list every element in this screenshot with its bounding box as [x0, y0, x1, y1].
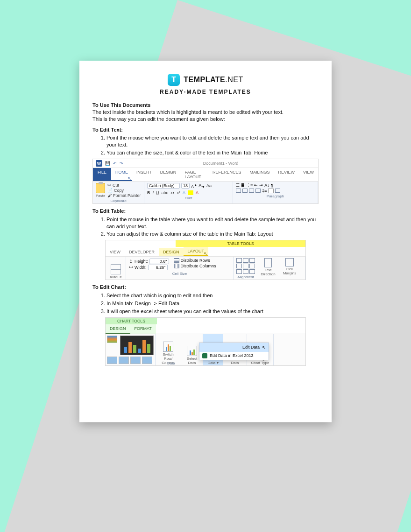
- intro-heading: To Use This Documents: [92, 102, 319, 109]
- intro-line1: The text inside the brackets which is hi…: [92, 109, 319, 116]
- logo-badge-icon: T: [168, 74, 180, 86]
- superscript-button[interactable]: x²: [177, 190, 181, 195]
- excel-icon: [202, 353, 207, 358]
- bullets-icon[interactable]: ☰: [236, 183, 240, 188]
- brand-net: .NET: [225, 76, 243, 84]
- height-input[interactable]: 0.6": [149, 259, 169, 264]
- align-button[interactable]: [236, 264, 242, 268]
- font-size-select[interactable]: 18: [181, 183, 190, 189]
- dist-cols-label: Distribute Columns: [181, 264, 216, 268]
- tab-design[interactable]: DESIGN: [159, 248, 184, 256]
- underline-button[interactable]: U: [156, 190, 159, 195]
- tab-references[interactable]: REFERENCES: [208, 168, 246, 181]
- align-button[interactable]: [243, 264, 248, 268]
- tab-home[interactable]: HOME↖: [111, 168, 132, 181]
- edit-text-list: Point the mouse where you want to edit a…: [106, 134, 319, 157]
- switch-icon: [163, 342, 173, 352]
- numbering-icon[interactable]: ≣: [241, 183, 245, 188]
- alignment-group: Alignment Text Direction Cell Margins: [234, 257, 305, 280]
- highlight-color-icon[interactable]: [188, 190, 193, 195]
- cut-button[interactable]: ✂ Cut: [107, 183, 141, 188]
- align-button[interactable]: [236, 258, 242, 263]
- shrink-font-icon[interactable]: A▼: [198, 183, 205, 189]
- tab-format[interactable]: FORMAT: [130, 324, 156, 334]
- chart-style-preview[interactable]: [120, 336, 154, 355]
- alignment-grid: [236, 258, 255, 274]
- font-name-select[interactable]: Calibri (Body): [147, 183, 180, 189]
- align-center-icon[interactable]: [242, 189, 248, 193]
- tab-page-layout[interactable]: PAGE LAYOUT: [180, 168, 208, 181]
- strikethrough-button[interactable]: abc: [162, 190, 169, 195]
- font-color-icon[interactable]: A: [196, 190, 198, 195]
- style-thumb[interactable]: [107, 357, 117, 364]
- bold-button[interactable]: B: [147, 190, 150, 195]
- cursor-icon: ↖: [204, 251, 207, 256]
- word-ribbon-screenshot: W 💾 ↶ ↷ Document1 - Word FILE HOME↖ INSE…: [92, 159, 319, 204]
- group-label: Clipboard: [96, 198, 141, 203]
- align-left-icon[interactable]: [236, 189, 241, 193]
- autofit-button[interactable]: AutoFit: [106, 257, 126, 280]
- tab-view[interactable]: VIEW: [106, 248, 125, 256]
- tab-design[interactable]: DESIGN: [156, 168, 181, 181]
- copy-button[interactable]: 📄 Copy: [107, 188, 141, 193]
- intro-line2: This is the way you can edit the documen…: [92, 116, 319, 123]
- align-button[interactable]: [249, 258, 255, 263]
- mini-chart-icon: [218, 344, 224, 350]
- tab-label: LAYOUT: [188, 249, 204, 253]
- cursor-icon: ↖: [262, 345, 266, 350]
- brand-name: TEMPLATE.NET: [184, 76, 243, 84]
- window-title: Document1 - Word: [126, 161, 315, 166]
- text-direction-button[interactable]: Text Direction: [259, 258, 277, 276]
- multilevel-icon[interactable]: ⋮≡: [246, 183, 253, 188]
- tab-mailings[interactable]: MAILINGS: [245, 168, 274, 181]
- menu-edit-data[interactable]: Edit Data↖: [199, 343, 269, 352]
- group-label: Data: [167, 360, 175, 365]
- cell-margins-button[interactable]: Cell Margins: [281, 258, 298, 275]
- sort-icon[interactable]: A↓: [264, 183, 269, 188]
- tab-view[interactable]: VIEW: [299, 168, 318, 181]
- edit-data-dropdown: Edit Data↖ Edit Data in Excel 2013: [199, 343, 269, 360]
- align-right-icon[interactable]: [249, 189, 254, 193]
- subscript-button[interactable]: x₂: [170, 190, 175, 195]
- increase-indent-icon[interactable]: ⇥: [259, 183, 263, 188]
- format-painter-button[interactable]: 🖌 Format Painter: [107, 193, 141, 198]
- group-label: Paragraph: [236, 193, 315, 198]
- edit-text-heading: To Edit Text:: [92, 126, 319, 133]
- style-thumb[interactable]: [119, 357, 129, 364]
- autofit-label: AutoFit: [110, 275, 121, 279]
- width-input[interactable]: 6.26": [148, 265, 168, 270]
- menu-edit-data-excel[interactable]: Edit Data in Excel 2013: [199, 352, 269, 360]
- tab-layout[interactable]: LAYOUT↖: [184, 247, 208, 256]
- color-thumb[interactable]: [107, 336, 117, 343]
- distribute-cols-button[interactable]: Distribute Columns: [174, 264, 216, 268]
- style-thumb[interactable]: [142, 357, 152, 364]
- file-tab[interactable]: FILE: [93, 168, 111, 181]
- justify-icon[interactable]: [255, 189, 261, 193]
- align-button[interactable]: [243, 258, 248, 263]
- grow-font-icon[interactable]: A▲: [191, 183, 197, 189]
- tab-developer[interactable]: DEVELOPER: [125, 248, 159, 256]
- style-thumb[interactable]: [130, 357, 141, 364]
- text-effects-icon[interactable]: A: [183, 190, 185, 195]
- align-button[interactable]: [249, 269, 255, 274]
- distribute-rows-button[interactable]: Distribute Rows: [174, 258, 216, 263]
- line-spacing-icon[interactable]: ‡≡: [262, 189, 267, 193]
- show-marks-icon[interactable]: ¶: [271, 183, 273, 188]
- select-label: Select Data: [184, 357, 200, 365]
- tab-review[interactable]: REVIEW: [274, 168, 299, 181]
- align-button[interactable]: [243, 269, 248, 274]
- decrease-indent-icon[interactable]: ⇤: [254, 183, 258, 188]
- paste-button[interactable]: Paste: [96, 183, 105, 198]
- scissors-icon: ✂: [107, 183, 111, 188]
- undo-icon: ↶: [113, 161, 117, 166]
- italic-button[interactable]: I: [153, 190, 154, 195]
- cursor-icon: ↖: [128, 176, 131, 181]
- chart-tools-tabs: DESIGN FORMAT: [106, 324, 305, 334]
- align-button[interactable]: [236, 269, 242, 274]
- borders-icon[interactable]: [275, 189, 280, 193]
- tab-insert[interactable]: INSERT: [132, 168, 156, 181]
- change-case-icon[interactable]: Aa: [206, 183, 212, 188]
- align-button[interactable]: [249, 264, 255, 268]
- shading-icon[interactable]: [268, 189, 274, 193]
- tab-design[interactable]: DESIGN: [106, 324, 130, 334]
